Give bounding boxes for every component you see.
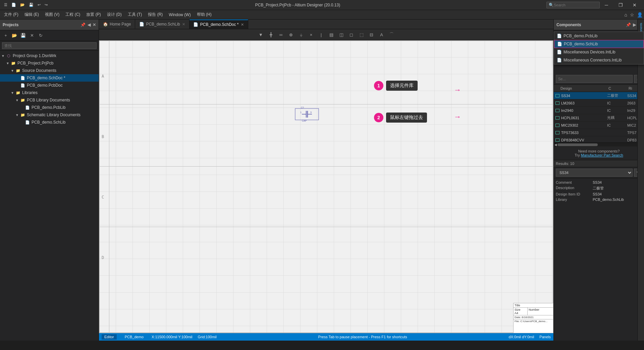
menu-reports[interactable]: 报告 (R) [145,10,165,19]
more-components-section: Need more components? Try Manufacturer P… [554,146,644,160]
power-icon[interactable]: ⏚ [297,30,306,39]
cap-component[interactable]: 1 3 C? CAP [293,106,320,123]
refresh-button[interactable]: ↻ [37,32,44,39]
right-panel-tab-strip: Components [637,19,644,341]
close-project-button[interactable]: ✕ [28,32,36,39]
tool-icon-9[interactable]: ◻ [347,30,356,39]
menu-place[interactable]: 放置 (P) [84,10,103,19]
status-tab-editor[interactable]: Editor [102,334,117,340]
tool-icon-13[interactable]: ⌒ [387,30,396,39]
add-bus-icon[interactable]: ═ [276,30,286,39]
scrollbar-left-arrow[interactable]: ◀ [554,143,557,146]
menu-edit[interactable]: 编辑 (E) [22,10,42,19]
tool-icon-7[interactable]: ▤ [327,30,336,39]
comp-name-lm2663: LM2663 [561,101,607,105]
tab-schlib[interactable]: 📄 PCB_demo.SchLib ✕ [135,19,189,29]
detail-value-library: PCB_demo.SchLib [593,198,642,202]
menu-design[interactable]: 设计 (D) [104,10,124,19]
junction-icon[interactable]: ⊕ [286,30,296,39]
tab-homepage[interactable]: 🏠 Home Page [99,19,135,29]
save-icon[interactable]: 💾 [28,2,35,8]
dropdown-item-misc-devices[interactable]: 📄 Miscellaneous Devices.IntLib [554,48,644,56]
add-wire-icon[interactable]: ╋ [266,30,276,39]
noconn-icon[interactable]: × [307,30,316,39]
tab-schdoc[interactable]: 📄 PCB_demo.SchDoc * ✕ [190,19,248,29]
manufacturer-part-search-link[interactable]: Manufacturer Part Search [581,153,623,157]
scrollbar-thumb[interactable] [557,143,598,146]
sidebar-item-project-group[interactable]: ▼ ⬡ Project Group 1.DsnWrk [0,52,99,59]
component-detail-dropdown[interactable]: SS34 [556,169,633,177]
panels-button[interactable]: Panels [539,335,551,339]
comp-row-mic29302[interactable]: MIC29302 IC MIC2 [554,122,644,129]
open-icon[interactable]: 📂 [19,2,26,8]
home-icon[interactable]: ⌂ [625,12,627,17]
user-icon[interactable]: 👤 [637,12,643,17]
minimize-button[interactable]: ─ [600,0,613,10]
comp-name-dp83848cvv: DP83848CVV [561,138,607,142]
menu-window[interactable]: Window (W) [166,11,193,18]
sidebar-item-schlib[interactable]: 📄 PCB_demo.SchLib [0,119,99,126]
components-scrollbar-horizontal[interactable]: ◀ ▶ [554,142,644,146]
menu-help[interactable]: 帮助 (H) [194,10,214,19]
sidebar-search[interactable] [0,41,99,51]
sidebar-pin-button[interactable]: 📌 [80,23,86,27]
open-project-button[interactable]: 📂 [11,32,18,39]
star-icon[interactable]: ☆ [630,12,634,17]
tool-icon-8[interactable]: ◫ [337,30,346,39]
comp-name-ss34: SS34 [561,94,607,98]
menu-tools[interactable]: 工具 (T) [125,10,145,19]
sidebar-item-libraries[interactable]: ▼ 📁 Libraries [0,89,99,96]
menu-view[interactable]: 视图 (V) [42,10,62,19]
dropdown-item-pcblib[interactable]: 📄 PCB_demo.PcbLib [554,32,644,40]
sidebar-item-sch-lib-docs[interactable]: ▼ 📁 Schematic Library Documents [0,111,99,119]
sidebar-item-pcb-project[interactable]: ▼ 📁 PCB_Project.PrjPcb [0,59,99,67]
titlebar: ☰ 📄 📂 💾 ↩ ↪ PCB_Project.PrjPcb - Altium … [0,0,644,10]
comp-icon-lm2663 [555,100,560,106]
sidebar-close-button[interactable]: ✕ [93,23,96,27]
sidebar-search-input[interactable] [2,42,97,49]
callout-1-text: 选择元件库 [386,81,418,91]
restore-button[interactable]: ❐ [614,0,627,10]
redo-icon[interactable]: ↪ [43,2,49,8]
dropdown-item-misc-connectors[interactable]: 📄 Miscellaneous Connectors.IntLib [554,56,644,64]
comp-type-mic29302: IC [607,123,627,127]
component-search-input[interactable] [556,75,633,83]
comp-row-hcpl0631[interactable]: HCPL0631 光耦 HCPL [554,114,644,122]
components-collapse-button[interactable]: ▶ [633,23,636,27]
components-pin-button[interactable]: 📌 [626,23,631,27]
schlib-tab-close[interactable]: ✕ [182,22,185,27]
tool-icon-10[interactable]: ⬚ [357,30,366,39]
comp-row-ss34[interactable]: SS34 二极管 SS34 [554,92,644,99]
status-tab-pcbdemo[interactable]: PCB_demo [122,334,146,340]
comp-row-dp83848cvv[interactable]: DP83848CVV DP83 [554,136,644,142]
sidebar-collapse-button[interactable]: ◀ [88,23,91,27]
schdoc-tab-close[interactable]: ✕ [241,23,244,27]
tab-bar: 🏠 Home Page 📄 PCB_demo.SchLib ✕ 📄 PCB_de… [99,19,553,29]
comp-row-lm2663[interactable]: LM2663 IC 2663 [554,99,644,107]
app-menu-icon[interactable]: ☰ [3,2,9,8]
search-input[interactable] [554,3,597,7]
sidebar-item-pcbdoc[interactable]: 📄 PCB_demo.PcbDoc [0,82,99,89]
close-button[interactable]: ✕ [628,0,641,10]
tool-icon-6[interactable]: | [317,30,326,39]
menu-file[interactable]: 文件 (F) [1,10,21,19]
comp-row-lm2940[interactable]: lm2940 IC lm29 [554,107,644,114]
sidebar-item-schdoc[interactable]: 📄 PCB_demo.SchDoc * [0,74,99,82]
sidebar-item-pcb-lib-docs[interactable]: ▼ 📁 PCB Library Documents [0,96,99,104]
schematic-canvas[interactable]: A B C D 1 [99,40,553,333]
menu-project[interactable]: 工程 (C) [63,10,83,19]
tool-icon-12[interactable]: A [377,30,386,39]
search-box[interactable]: 🔍 [546,2,600,8]
new-project-button[interactable]: + [2,32,9,39]
sidebar-item-pcblib[interactable]: 📄 PCB_demo.PcbLib [0,104,99,111]
comp-name-tps73633: TPS73633 [561,131,607,135]
dropdown-item-schlib[interactable]: 📄 PCB_demo.SchLib [554,40,644,48]
filter-icon[interactable]: ▼ [256,30,266,39]
save-project-button[interactable]: 💾 [19,32,27,39]
tool-icon-11[interactable]: ⊟ [367,30,376,39]
sidebar-item-source-docs[interactable]: ▼ 📁 Source Documents [0,67,99,74]
new-icon[interactable]: 📄 [10,2,17,8]
undo-icon[interactable]: ↩ [36,2,42,8]
sidebar-schdoc-label: PCB_demo.SchDoc * [27,76,65,80]
comp-row-tps73633[interactable]: TPS73633 TPS7 [554,129,644,136]
